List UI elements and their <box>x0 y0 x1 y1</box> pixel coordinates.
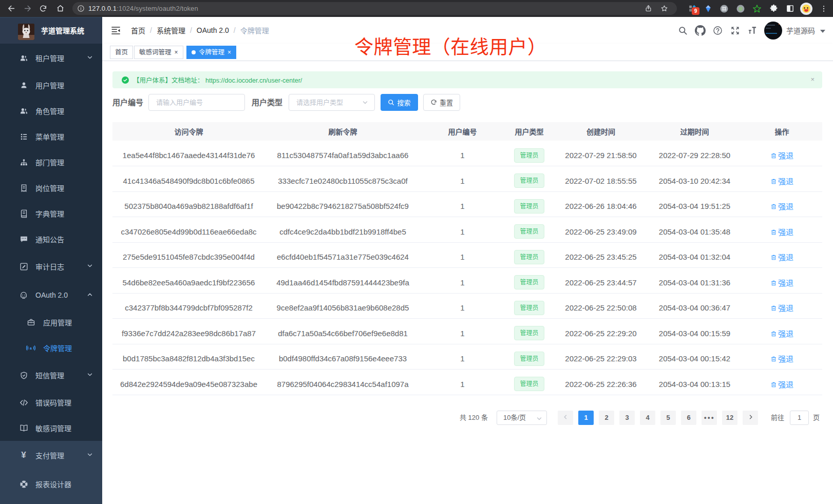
svg-text:a: a <box>30 346 32 350</box>
